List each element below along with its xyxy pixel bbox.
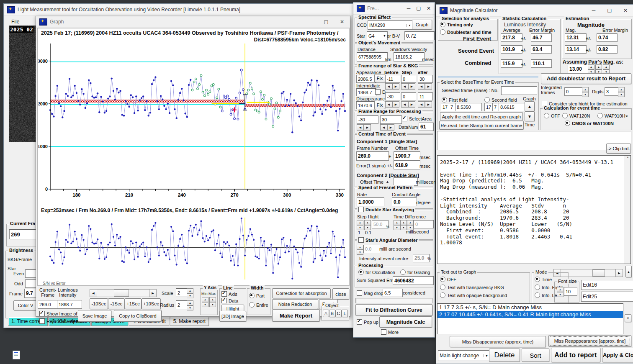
color-v-button[interactable]: Color V [13,300,38,310]
more-checkbox[interactable]: More [381,329,399,335]
graph-close-icon[interactable]: ✕ [334,19,350,25]
textout-transparency-radio-icon[interactable] [440,285,445,290]
apply-close-button[interactable]: Apply & Close [602,348,633,362]
graph-minimize-icon[interactable]: ─ [302,19,318,25]
doublestar-radio-icon[interactable] [440,29,445,35]
event-type-dropdown-icon[interactable]: ▼ [484,354,488,357]
wat910h-radio-icon[interactable] [597,113,603,118]
time-diff-spinner3[interactable]: ▲▼ [407,220,414,230]
fresnel-maximize-icon[interactable]: ▢ [414,5,424,11]
object-b-button[interactable]: B [329,310,335,317]
graph-maximize-icon[interactable]: ▢ [318,19,334,25]
dis-before-field[interactable]: -30 [385,92,400,100]
report-scroll-up-icon[interactable]: ▲ [625,156,630,161]
frame-number-field[interactable]: 269.0 [356,151,389,161]
ccd-select[interactable]: IMX290 ▼ [368,21,413,30]
app-before-field[interactable]: -11 [385,75,400,83]
proc-to-field[interactable]: 30 [380,115,402,124]
more-checkbox-icon[interactable] [381,329,386,335]
object-c-button[interactable]: C [335,310,342,317]
side-up-button[interactable]: ▲ [625,266,632,277]
angular-field[interactable]: 0.0 [363,245,380,253]
time-diff-spinner1[interactable]: ▲▼ [394,220,400,230]
dis-step-field[interactable]: 0 [401,92,416,100]
d-checkbox[interactable]: D [375,89,386,95]
dis-before-spinner[interactable]: ◀▶ [385,101,399,108]
textout-transparency-radio[interactable]: Text with transparency BKG [440,285,504,290]
mode-info-left-radio-icon[interactable] [535,292,540,298]
graph-h-scrollbar[interactable]: ◀ ▶ [90,289,157,297]
integrated-frames-field[interactable]: 0 [564,87,584,96]
app-after-spinner[interactable]: ◀▶ [418,83,432,90]
mc-scroll-right-icon[interactable]: ▶ [615,269,623,277]
show-image-checkbox-icon[interactable] [39,311,45,316]
reread-timestamp-button[interactable]: Re-read Time Stamp from current frame [439,121,524,130]
width-entire-radio[interactable]: Entire [249,302,268,308]
offset-time2-field[interactable] [394,177,418,186]
app-after-field[interactable]: 30 [418,75,433,83]
graph-title-bar[interactable]: Graph ─ ▢ ✕ [36,16,350,28]
copy-clipboard-button[interactable]: Copy to ClipBoard [114,310,162,322]
data-checkbox-icon[interactable] [221,298,227,303]
delete-button[interactable]: Delete [489,349,520,362]
popup-checkbox-icon[interactable] [357,319,362,325]
disappearance-field[interactable]: 1970.6 [356,101,376,109]
event-list[interactable]: 1 17 7 3.5 +/- s, S/N= D Main change Mis… [437,303,623,334]
miss-disappearance-button[interactable]: Miss Disappearance (approx. time) [450,336,546,347]
error-sigma-field[interactable]: 618.9 [394,161,420,169]
appearance-fix-button[interactable]: Fix [374,74,385,82]
scroll-right-icon[interactable]: ▶ [149,290,156,297]
reproduce-checkbox-icon[interactable] [39,318,45,324]
selectarea-checkbox-icon[interactable] [402,116,407,121]
sum-squared-error-field[interactable]: 4606482 [393,276,434,285]
event-list-item-2[interactable]: 2 17 07 10.445 +/- 0.641s, S/N= 0.41 R M… [437,311,623,318]
fresnel-close-icon[interactable]: ✕ [424,5,434,11]
timing-only-radio[interactable]: Timing only [440,22,473,27]
cmos-radio[interactable]: CMOS or WAT100N [565,120,614,126]
first-magerr-field[interactable]: 0.74 [597,33,618,42]
textout-opaque-radio[interactable]: Text with opaque background [440,292,507,298]
for-occultation-radio[interactable]: for Occultation [358,269,395,275]
fresnel-title-bar[interactable]: Fre... ─ ▢ ✕ [353,3,435,15]
object-l-button[interactable]: L [342,310,348,317]
add-doublestar-report-button[interactable]: Add doublestar result to Report [541,73,631,84]
proc-to-spinner[interactable]: ◀▶ [380,124,394,131]
occultation-radio-icon[interactable] [358,269,364,275]
line-axis-checkbox[interactable]: Axis [221,291,237,297]
offset-time-field[interactable]: 1909.7 [394,151,420,161]
intermidiate-field[interactable]: 1868.7 [356,88,376,96]
yaxis-max-spinner[interactable]: ▲▼ [209,297,216,307]
plus10sec-button[interactable]: +10Sec [142,298,161,309]
scroll-left-icon[interactable]: ◀ [90,290,97,297]
fresnel-minimize-icon[interactable]: ─ [404,5,414,11]
second-avg-field[interactable]: 101.9 [501,45,522,54]
list-down-button[interactable]: ▼ [625,314,631,322]
magcalc-title-bar[interactable]: Magnitude Calculator ─ ▢ ✕ [436,5,633,17]
angular-checkbox-icon[interactable] [358,237,364,243]
sort-button[interactable]: Sort [522,349,549,362]
star-dropdown-icon[interactable]: ▼ [382,34,386,37]
cmos-radio-icon[interactable] [565,120,570,126]
second-err-field[interactable]: 63.4 [531,45,552,54]
edit16-field[interactable]: Edit16 [581,280,633,290]
integrated-spinner[interactable]: ▲▼ [582,87,589,97]
timing-only-radio-icon[interactable] [440,22,445,27]
add-to-report-button[interactable]: Add to report [551,348,600,362]
gc-luminous-field[interactable]: 1868.7 [57,300,82,309]
mode-time-radio[interactable]: Time [535,277,552,282]
popup-checkbox[interactable]: Pop up [357,319,378,325]
proc-from-spinner[interactable]: ◀▶ [357,124,371,131]
app-step-spinner[interactable]: ◀▶ [401,83,415,90]
minus1sec-button[interactable]: -1Sec [108,298,125,309]
spectral-graph-button[interactable]: Graph [412,20,432,30]
intensity-centre-field[interactable]: 25.0 [413,254,430,262]
velocity-field[interactable]: 18105.2 [394,52,425,62]
app-step-field[interactable]: 0 [401,75,416,83]
combined-err-field[interactable]: 110.1 [531,59,552,68]
proc-from-field[interactable]: -30 [357,115,378,124]
apply-edit-time-button[interactable]: Apply the edit time and Re-open graph [440,112,523,121]
residual-chart[interactable] [39,216,347,282]
desktop-shortcut-icon[interactable] [13,351,22,361]
report-v-scrollbar[interactable]: ▲ [625,156,630,264]
double-star-checkbox-icon[interactable] [358,207,364,212]
